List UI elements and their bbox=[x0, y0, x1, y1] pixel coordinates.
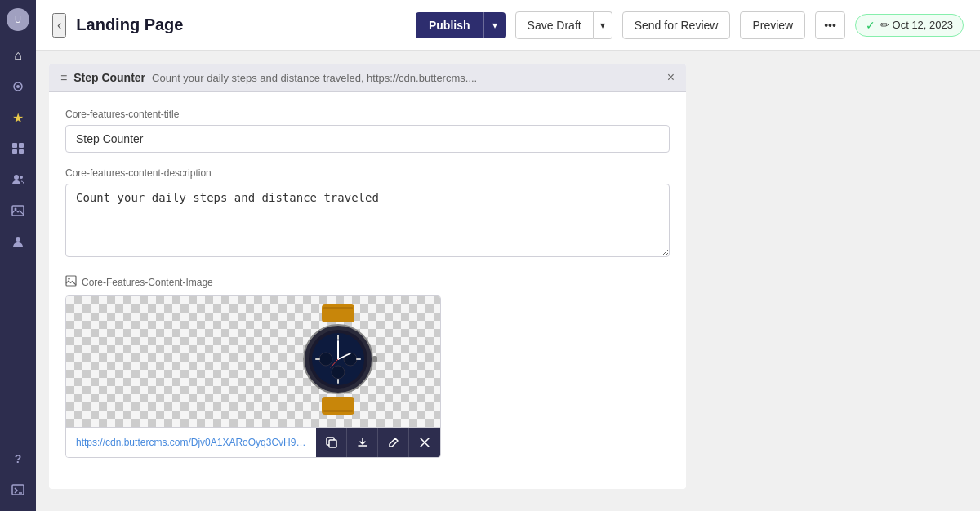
step-counter-bar-url: Count your daily steps and distance trav… bbox=[152, 72, 661, 84]
image-preview-container: https://cdn.buttercms.com/Djv0A1XARoOyq3… bbox=[65, 295, 441, 458]
status-date: ✏ Oct 12, 2023 bbox=[880, 19, 953, 31]
svg-rect-4 bbox=[12, 149, 17, 154]
edit-icon: ✏ bbox=[880, 19, 889, 31]
image-label-row: Core-Features-Content-Image bbox=[65, 275, 670, 289]
svg-rect-12 bbox=[66, 276, 76, 286]
save-draft-button-group: Save Draft ▾ bbox=[515, 11, 612, 39]
status-check-icon: ✓ bbox=[866, 19, 875, 32]
image-url-text: https://cdn.buttercms.com/Djv0A1XARoOyq3… bbox=[66, 430, 316, 455]
svg-point-1 bbox=[16, 85, 20, 88]
step-counter-bar-icon: ≡ bbox=[60, 71, 67, 84]
content-area: ≡ Step Counter Count your daily steps an… bbox=[36, 51, 980, 511]
save-draft-dropdown-button[interactable]: ▾ bbox=[594, 11, 612, 39]
svg-rect-2 bbox=[12, 143, 17, 148]
svg-point-21 bbox=[332, 366, 345, 379]
description-field-group: Core-features-content-description bbox=[65, 167, 670, 260]
svg-rect-25 bbox=[356, 358, 361, 360]
svg-point-6 bbox=[14, 175, 19, 180]
sidebar-item-people[interactable] bbox=[5, 167, 31, 193]
svg-rect-24 bbox=[315, 358, 320, 360]
title-field-group: Core-features-content-title bbox=[65, 109, 670, 153]
page-title: Landing Page bbox=[76, 16, 406, 34]
status-date-text: Oct 12, 2023 bbox=[893, 19, 953, 31]
svg-rect-33 bbox=[329, 440, 336, 447]
step-counter-bar: ≡ Step Counter Count your daily steps an… bbox=[49, 64, 686, 92]
description-textarea[interactable] bbox=[65, 184, 670, 257]
back-button[interactable]: ‹ bbox=[52, 13, 66, 38]
svg-point-19 bbox=[319, 353, 332, 366]
save-draft-button[interactable]: Save Draft bbox=[515, 11, 594, 39]
image-label-text: Core-Features-Content-Image bbox=[82, 277, 213, 288]
svg-point-10 bbox=[16, 237, 20, 242]
publish-button-group: Publish ▾ bbox=[416, 12, 506, 38]
sidebar: U ⌂ ★ bbox=[0, 0, 36, 511]
delete-image-button[interactable] bbox=[409, 428, 440, 457]
close-icon[interactable]: × bbox=[667, 70, 675, 85]
status-badge: ✓ ✏ Oct 12, 2023 bbox=[855, 14, 964, 37]
sidebar-item-grid[interactable] bbox=[5, 136, 31, 162]
main-area: ‹ Landing Page Publish ▾ Save Draft ▾ Se… bbox=[36, 0, 980, 511]
sidebar-item-home[interactable]: ⌂ bbox=[5, 42, 31, 69]
sidebar-item-star[interactable]: ★ bbox=[5, 104, 31, 131]
svg-rect-23 bbox=[337, 379, 339, 384]
panel: ≡ Step Counter Count your daily steps an… bbox=[49, 64, 686, 489]
sidebar-item-users[interactable] bbox=[5, 229, 31, 255]
sidebar-item-terminal[interactable] bbox=[5, 477, 31, 503]
svg-rect-30 bbox=[323, 307, 353, 309]
svg-rect-3 bbox=[19, 143, 24, 148]
title-input[interactable] bbox=[65, 125, 670, 153]
sidebar-item-help[interactable]: ? bbox=[5, 446, 31, 472]
svg-rect-5 bbox=[19, 149, 24, 154]
svg-point-7 bbox=[20, 176, 23, 179]
sidebar-item-image[interactable] bbox=[5, 198, 31, 224]
publish-button[interactable]: Publish bbox=[416, 12, 483, 38]
description-field-label: Core-features-content-description bbox=[65, 167, 670, 179]
svg-point-13 bbox=[68, 278, 69, 279]
publish-dropdown-button[interactable]: ▾ bbox=[483, 12, 506, 38]
header: ‹ Landing Page Publish ▾ Save Draft ▾ Se… bbox=[36, 0, 980, 51]
download-image-button[interactable] bbox=[347, 428, 378, 457]
step-counter-bar-title: Step Counter bbox=[74, 71, 145, 84]
watch-image bbox=[269, 300, 408, 419]
svg-rect-22 bbox=[337, 335, 339, 340]
svg-point-20 bbox=[344, 353, 357, 366]
form-content: Core-features-content-title Core-feature… bbox=[49, 92, 686, 489]
svg-rect-31 bbox=[323, 410, 353, 412]
image-label-icon bbox=[65, 275, 77, 289]
svg-rect-29 bbox=[372, 356, 377, 362]
preview-button[interactable]: Preview bbox=[740, 11, 805, 39]
avatar[interactable]: U bbox=[7, 8, 29, 31]
sidebar-item-bell[interactable] bbox=[5, 73, 31, 100]
image-field-group: Core-Features-Content-Image bbox=[65, 275, 670, 458]
more-button[interactable]: ••• bbox=[815, 11, 845, 39]
send-for-review-button[interactable]: Send for Review bbox=[622, 11, 731, 39]
replace-image-button[interactable] bbox=[316, 428, 347, 457]
image-url-actions bbox=[316, 428, 440, 457]
svg-rect-8 bbox=[12, 206, 24, 216]
edit-image-button[interactable] bbox=[378, 428, 409, 457]
title-field-label: Core-features-content-title bbox=[65, 109, 670, 120]
image-checker-bg bbox=[66, 296, 440, 427]
image-url-bar: https://cdn.buttercms.com/Djv0A1XARoOyq3… bbox=[66, 427, 440, 457]
